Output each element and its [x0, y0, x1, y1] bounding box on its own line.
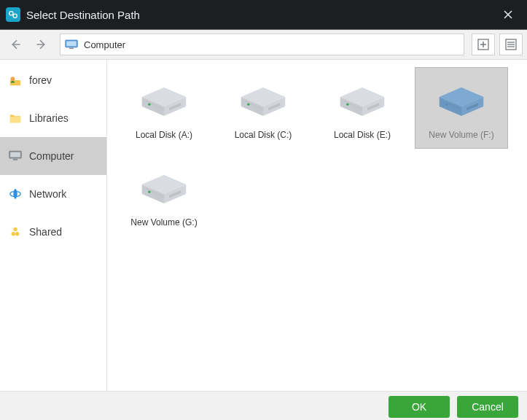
- breadcrumb[interactable]: Computer: [60, 34, 464, 55]
- sidebar-item-label: Shared: [29, 226, 62, 238]
- drive-item[interactable]: Local Disk (C:): [216, 67, 310, 149]
- svg-rect-20: [10, 152, 20, 158]
- svg-rect-7: [66, 42, 77, 47]
- sidebar-item-network[interactable]: Network: [0, 175, 106, 213]
- drive-item[interactable]: New Volume (G:): [117, 155, 211, 236]
- close-button[interactable]: [496, 0, 520, 29]
- sidebar-item-computer[interactable]: Computer: [0, 137, 106, 175]
- drive-icon: [117, 163, 211, 217]
- svg-point-24: [15, 232, 19, 236]
- shared-icon: [9, 225, 22, 238]
- drive-icon: [117, 76, 211, 130]
- sidebar-item-shared[interactable]: Shared: [0, 213, 106, 251]
- sidebar-item-label: Libraries: [29, 112, 69, 124]
- user-icon: [9, 74, 22, 87]
- main-pane: Local Disk (A:) Local Disk (C:) Local Di…: [107, 60, 527, 391]
- arrow-left-icon: [9, 38, 22, 51]
- drive-label: New Volume (F:): [429, 130, 493, 140]
- sidebar-item-forev[interactable]: forev: [0, 61, 106, 99]
- network-icon: [9, 187, 22, 201]
- svg-point-52: [445, 103, 448, 105]
- drive-item[interactable]: New Volume (F:): [415, 67, 508, 149]
- drive-label: Local Disk (C:): [235, 130, 292, 140]
- ok-button[interactable]: OK: [389, 396, 450, 418]
- svg-point-17: [11, 77, 15, 81]
- svg-point-45: [346, 103, 348, 105]
- titlebar: Select Destination Path: [0, 0, 527, 29]
- sidebar: forevLibrariesComputerNetworkShared: [0, 60, 107, 391]
- window-title: Select Destination Path: [26, 9, 140, 21]
- plus-icon: [477, 39, 489, 50]
- computer-icon: [65, 39, 78, 50]
- sidebar-item-libraries[interactable]: Libraries: [0, 99, 106, 137]
- drive-label: New Volume (G:): [130, 217, 197, 228]
- svg-point-59: [148, 190, 150, 192]
- footer: OK Cancel: [0, 391, 527, 420]
- close-icon: [503, 9, 513, 20]
- svg-rect-21: [13, 159, 17, 160]
- drive-icon: [415, 76, 508, 130]
- svg-rect-18: [10, 117, 20, 122]
- arrow-right-icon: [35, 38, 48, 51]
- sidebar-item-label: forev: [29, 74, 52, 86]
- folder-icon: [9, 112, 22, 125]
- drive-item[interactable]: Local Disk (A:): [117, 67, 211, 149]
- app-icon: [6, 7, 20, 22]
- computer-icon: [9, 149, 22, 163]
- svg-point-1: [13, 14, 17, 18]
- svg-point-38: [247, 103, 249, 105]
- drive-label: Local Disk (E:): [334, 130, 391, 140]
- svg-point-0: [9, 12, 13, 15]
- cancel-button[interactable]: Cancel: [457, 396, 518, 418]
- drive-icon: [216, 76, 310, 130]
- svg-rect-8: [69, 48, 74, 50]
- sidebar-item-label: Network: [29, 188, 66, 200]
- sidebar-item-label: Computer: [29, 150, 74, 162]
- view-list-button[interactable]: [499, 34, 523, 55]
- drive-icon: [316, 76, 409, 130]
- svg-point-31: [148, 103, 150, 105]
- breadcrumb-label: Computer: [84, 39, 125, 50]
- svg-point-23: [12, 232, 15, 236]
- drive-label: Local Disk (A:): [136, 130, 192, 140]
- new-folder-button[interactable]: [472, 34, 495, 55]
- drive-item[interactable]: Local Disk (E:): [316, 67, 409, 149]
- forward-button[interactable]: [31, 34, 52, 55]
- list-icon: [505, 39, 517, 50]
- svg-point-25: [13, 228, 17, 231]
- back-button[interactable]: [4, 34, 26, 55]
- navbar: Computer: [0, 29, 527, 60]
